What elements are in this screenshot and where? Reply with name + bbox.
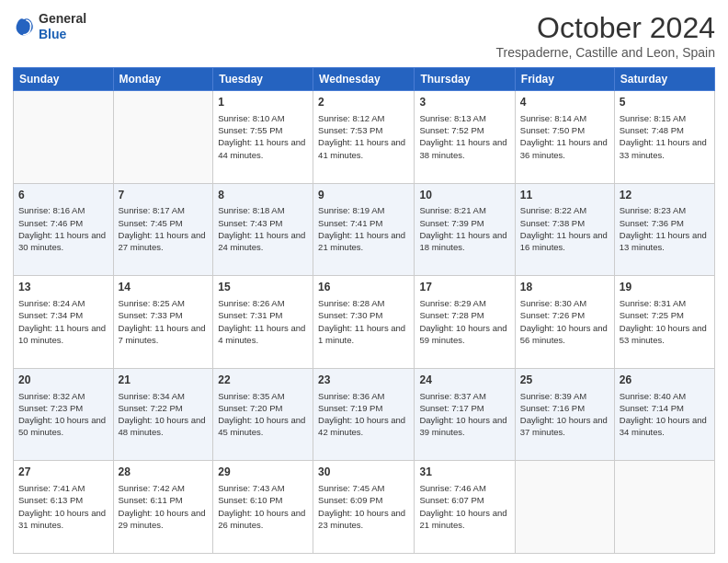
calendar-header: SundayMondayTuesdayWednesdayThursdayFrid… (14, 68, 715, 91)
calendar-cell: 23Sunrise: 8:36 AM Sunset: 7:19 PM Dayli… (313, 368, 415, 461)
day-number: 26 (620, 373, 710, 388)
day-info: Sunrise: 7:42 AM Sunset: 6:11 PM Dayligh… (119, 482, 209, 531)
calendar-page: General Blue October 2024 Trespaderne, C… (0, 0, 728, 563)
calendar-cell: 4Sunrise: 8:14 AM Sunset: 7:50 PM Daylig… (515, 91, 614, 184)
day-info: Sunrise: 7:43 AM Sunset: 6:10 PM Dayligh… (218, 482, 308, 531)
calendar-cell: 8Sunrise: 8:18 AM Sunset: 7:43 PM Daylig… (213, 183, 313, 276)
day-info: Sunrise: 8:21 AM Sunset: 7:39 PM Dayligh… (419, 204, 509, 253)
weekday-header-sunday: Sunday (14, 68, 114, 91)
calendar-cell (614, 461, 714, 554)
day-info: Sunrise: 8:35 AM Sunset: 7:20 PM Dayligh… (218, 390, 308, 439)
day-number: 17 (419, 280, 509, 295)
calendar-cell: 27Sunrise: 7:41 AM Sunset: 6:13 PM Dayli… (14, 461, 114, 554)
day-info: Sunrise: 7:46 AM Sunset: 6:07 PM Dayligh… (419, 482, 509, 531)
day-info: Sunrise: 8:26 AM Sunset: 7:31 PM Dayligh… (218, 297, 308, 346)
weekday-header-tuesday: Tuesday (213, 68, 313, 91)
weekday-header-monday: Monday (113, 68, 213, 91)
day-number: 25 (520, 373, 609, 388)
calendar-cell: 21Sunrise: 8:34 AM Sunset: 7:22 PM Dayli… (113, 368, 213, 461)
day-info: Sunrise: 8:15 AM Sunset: 7:48 PM Dayligh… (620, 112, 710, 161)
day-info: Sunrise: 8:40 AM Sunset: 7:14 PM Dayligh… (620, 390, 710, 439)
title-block: October 2024 Trespaderne, Castille and L… (496, 11, 715, 60)
day-number: 27 (18, 465, 108, 480)
day-number: 31 (419, 465, 509, 480)
calendar-cell: 12Sunrise: 8:23 AM Sunset: 7:36 PM Dayli… (614, 183, 714, 276)
location-subtitle: Trespaderne, Castille and Leon, Spain (496, 45, 715, 60)
day-info: Sunrise: 8:19 AM Sunset: 7:41 PM Dayligh… (318, 204, 409, 253)
calendar-cell: 29Sunrise: 7:43 AM Sunset: 6:10 PM Dayli… (213, 461, 313, 554)
weekday-header-friday: Friday (515, 68, 614, 91)
day-number: 3 (419, 95, 509, 110)
weekday-header-wednesday: Wednesday (313, 68, 415, 91)
day-number: 28 (119, 465, 209, 480)
day-number: 22 (218, 373, 308, 388)
day-info: Sunrise: 8:12 AM Sunset: 7:53 PM Dayligh… (318, 112, 409, 161)
day-number: 7 (119, 188, 209, 203)
calendar-cell (515, 461, 614, 554)
calendar-cell: 22Sunrise: 8:35 AM Sunset: 7:20 PM Dayli… (213, 368, 313, 461)
day-number: 20 (18, 373, 108, 388)
day-number: 12 (620, 188, 710, 203)
day-info: Sunrise: 7:41 AM Sunset: 6:13 PM Dayligh… (18, 482, 108, 531)
day-info: Sunrise: 8:34 AM Sunset: 7:22 PM Dayligh… (119, 390, 209, 439)
day-number: 11 (520, 188, 609, 203)
calendar-cell: 2Sunrise: 8:12 AM Sunset: 7:53 PM Daylig… (313, 91, 415, 184)
day-info: Sunrise: 8:31 AM Sunset: 7:25 PM Dayligh… (620, 297, 710, 346)
calendar-cell: 17Sunrise: 8:29 AM Sunset: 7:28 PM Dayli… (415, 276, 515, 369)
calendar-cell: 15Sunrise: 8:26 AM Sunset: 7:31 PM Dayli… (213, 276, 313, 369)
day-info: Sunrise: 8:23 AM Sunset: 7:36 PM Dayligh… (620, 204, 710, 253)
weekday-header-row: SundayMondayTuesdayWednesdayThursdayFrid… (14, 68, 715, 91)
day-info: Sunrise: 8:10 AM Sunset: 7:55 PM Dayligh… (218, 112, 308, 161)
day-number: 16 (318, 280, 409, 295)
day-info: Sunrise: 8:28 AM Sunset: 7:30 PM Dayligh… (318, 297, 409, 346)
calendar-week-4: 20Sunrise: 8:32 AM Sunset: 7:23 PM Dayli… (14, 368, 715, 461)
calendar-cell (14, 91, 114, 184)
day-number: 9 (318, 188, 409, 203)
day-number: 2 (318, 95, 409, 110)
calendar-table: SundayMondayTuesdayWednesdayThursdayFrid… (13, 67, 715, 554)
weekday-header-thursday: Thursday (415, 68, 515, 91)
day-info: Sunrise: 8:24 AM Sunset: 7:34 PM Dayligh… (18, 297, 108, 346)
calendar-cell: 1Sunrise: 8:10 AM Sunset: 7:55 PM Daylig… (213, 91, 313, 184)
day-number: 14 (119, 280, 209, 295)
calendar-body: 1Sunrise: 8:10 AM Sunset: 7:55 PM Daylig… (14, 91, 715, 554)
calendar-cell: 30Sunrise: 7:45 AM Sunset: 6:09 PM Dayli… (313, 461, 415, 554)
calendar-cell: 14Sunrise: 8:25 AM Sunset: 7:33 PM Dayli… (113, 276, 213, 369)
day-info: Sunrise: 8:37 AM Sunset: 7:17 PM Dayligh… (419, 390, 509, 439)
day-number: 13 (18, 280, 108, 295)
calendar-cell: 28Sunrise: 7:42 AM Sunset: 6:11 PM Dayli… (113, 461, 213, 554)
day-info: Sunrise: 8:22 AM Sunset: 7:38 PM Dayligh… (520, 204, 609, 253)
day-number: 8 (218, 188, 308, 203)
header: General Blue October 2024 Trespaderne, C… (13, 11, 715, 60)
day-info: Sunrise: 8:13 AM Sunset: 7:52 PM Dayligh… (419, 112, 509, 161)
day-info: Sunrise: 8:30 AM Sunset: 7:26 PM Dayligh… (520, 297, 609, 346)
calendar-cell: 10Sunrise: 8:21 AM Sunset: 7:39 PM Dayli… (415, 183, 515, 276)
calendar-cell: 20Sunrise: 8:32 AM Sunset: 7:23 PM Dayli… (14, 368, 114, 461)
calendar-cell (113, 91, 213, 184)
calendar-cell: 25Sunrise: 8:39 AM Sunset: 7:16 PM Dayli… (515, 368, 614, 461)
day-info: Sunrise: 8:17 AM Sunset: 7:45 PM Dayligh… (119, 204, 209, 253)
calendar-cell: 11Sunrise: 8:22 AM Sunset: 7:38 PM Dayli… (515, 183, 614, 276)
day-info: Sunrise: 8:29 AM Sunset: 7:28 PM Dayligh… (419, 297, 509, 346)
logo-general-text: General (39, 11, 86, 27)
calendar-cell: 26Sunrise: 8:40 AM Sunset: 7:14 PM Dayli… (614, 368, 714, 461)
calendar-cell: 16Sunrise: 8:28 AM Sunset: 7:30 PM Dayli… (313, 276, 415, 369)
logo-icon (13, 16, 35, 38)
day-number: 6 (18, 188, 108, 203)
day-number: 29 (218, 465, 308, 480)
calendar-cell: 9Sunrise: 8:19 AM Sunset: 7:41 PM Daylig… (313, 183, 415, 276)
day-number: 19 (620, 280, 710, 295)
day-number: 23 (318, 373, 409, 388)
day-number: 1 (218, 95, 308, 110)
day-number: 21 (119, 373, 209, 388)
calendar-cell: 6Sunrise: 8:16 AM Sunset: 7:46 PM Daylig… (14, 183, 114, 276)
day-info: Sunrise: 7:45 AM Sunset: 6:09 PM Dayligh… (318, 482, 409, 531)
day-number: 30 (318, 465, 409, 480)
calendar-week-1: 1Sunrise: 8:10 AM Sunset: 7:55 PM Daylig… (14, 91, 715, 184)
calendar-cell: 31Sunrise: 7:46 AM Sunset: 6:07 PM Dayli… (415, 461, 515, 554)
day-info: Sunrise: 8:36 AM Sunset: 7:19 PM Dayligh… (318, 390, 409, 439)
day-info: Sunrise: 8:18 AM Sunset: 7:43 PM Dayligh… (218, 204, 308, 253)
weekday-header-saturday: Saturday (614, 68, 714, 91)
calendar-week-3: 13Sunrise: 8:24 AM Sunset: 7:34 PM Dayli… (14, 276, 715, 369)
calendar-week-5: 27Sunrise: 7:41 AM Sunset: 6:13 PM Dayli… (14, 461, 715, 554)
